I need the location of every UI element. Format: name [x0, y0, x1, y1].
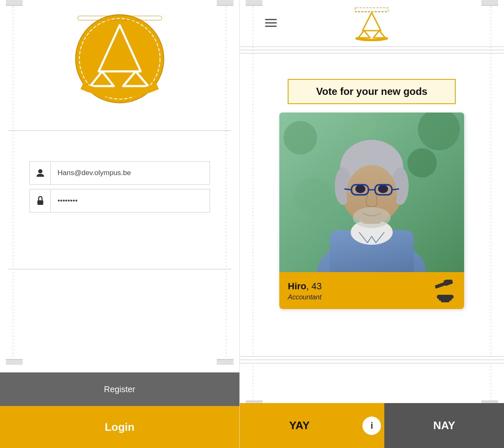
svg-rect-46 [441, 300, 449, 302]
svg-rect-8 [265, 19, 277, 20]
app-logo [74, 13, 166, 107]
yay-button[interactable]: YAY [240, 403, 360, 448]
svg-point-20 [294, 178, 332, 215]
right-bottom-actions: YAY i NAY [240, 403, 504, 448]
login-form [0, 161, 239, 217]
right-h-line-bottom3 [240, 363, 504, 364]
info-button[interactable]: i [359, 403, 384, 448]
candidate-photo [279, 113, 464, 272]
register-label: Register [104, 385, 135, 394]
candidate-name: Hiro, 43 [288, 281, 322, 292]
right-h-line-bottom [240, 356, 504, 357]
left-panel: Register Login [0, 0, 239, 448]
candidate-profession: Accountant [288, 293, 322, 301]
password-row [29, 189, 210, 212]
svg-point-19 [407, 148, 437, 178]
nay-button[interactable]: NAY [384, 403, 504, 448]
vote-banner-text: Vote for your new gods [316, 86, 428, 97]
svg-point-39 [352, 257, 354, 258]
svg-point-30 [355, 185, 365, 193]
svg-rect-11 [355, 8, 388, 12]
svg-point-6 [38, 169, 42, 173]
svg-marker-12 [362, 13, 381, 31]
lock-icon [30, 189, 51, 212]
login-button[interactable]: Login [0, 406, 239, 448]
right-h-line-top2 [240, 50, 504, 50]
left-bottom-actions: Register Login [0, 372, 239, 448]
info-label-text: i [370, 420, 373, 431]
right-panel: Vote for your new gods [240, 0, 504, 448]
candidate-info-bar: Hiro, 43 Accountant [279, 272, 464, 309]
vote-banner-wrapper: Vote for your new gods [288, 71, 456, 104]
h-line-mid [8, 269, 231, 270]
svg-point-38 [346, 250, 347, 252]
svg-rect-7 [37, 200, 43, 205]
svg-marker-14 [373, 31, 385, 38]
left-pillar-top-right [217, 0, 234, 6]
svg-rect-9 [265, 22, 277, 24]
svg-rect-10 [265, 26, 277, 27]
svg-point-18 [351, 113, 376, 138]
info-circle-icon: i [362, 417, 381, 435]
svg-line-35 [344, 189, 352, 190]
comma: , [306, 281, 311, 291]
email-row [29, 161, 210, 185]
right-h-line-top [240, 46, 504, 47]
nay-label: NAY [433, 419, 455, 432]
password-input[interactable] [51, 196, 210, 205]
hamburger-menu-icon[interactable] [265, 19, 277, 30]
candidate-name-text: Hiro [288, 281, 306, 291]
left-pillar-top-left [6, 0, 23, 6]
candidate-domain-icons [435, 280, 456, 302]
svg-point-31 [378, 185, 388, 193]
svg-point-37 [353, 207, 391, 228]
svg-point-41 [390, 259, 391, 260]
yay-label: YAY [289, 419, 310, 432]
candidate-profession-text: Accountant [288, 293, 321, 301]
vote-banner: Vote for your new gods [288, 79, 456, 104]
user-icon [30, 162, 51, 184]
svg-marker-13 [358, 31, 370, 38]
left-pillar-bottom-left [6, 359, 23, 365]
candidate-age: 43 [312, 281, 322, 291]
candidate-details: Hiro, 43 Accountant [288, 281, 322, 301]
svg-point-16 [284, 121, 317, 155]
login-label: Login [105, 421, 134, 434]
right-h-line-bottom2 [240, 359, 504, 360]
right-h-line-top3 [240, 53, 504, 54]
svg-line-36 [392, 189, 399, 190]
right-header [240, 0, 504, 45]
god-candidate-card: Hiro, 43 Accountant [279, 113, 464, 309]
register-button[interactable]: Register [0, 372, 239, 406]
svg-point-40 [396, 250, 398, 252]
h-line-top [8, 130, 231, 131]
left-pillar-bottom-right [217, 359, 234, 365]
email-input[interactable] [51, 169, 210, 177]
